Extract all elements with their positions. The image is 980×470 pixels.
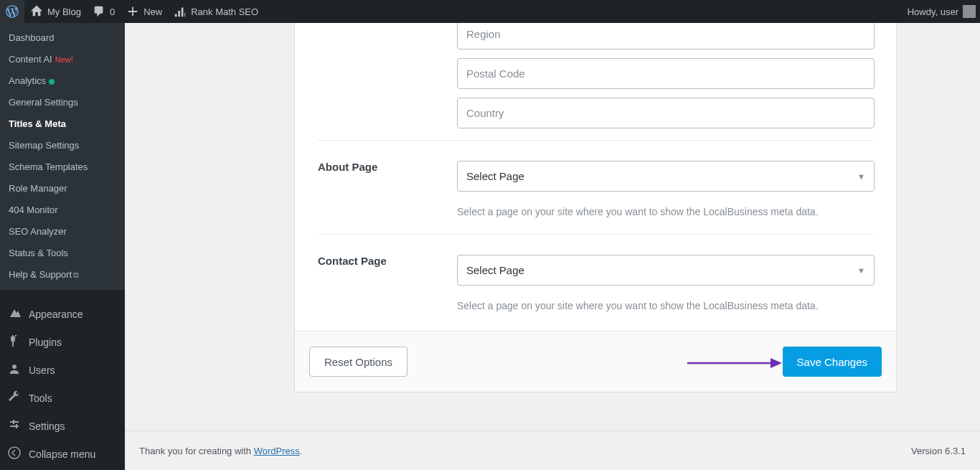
footer-version: Version 6.3.1 [911,446,966,456]
contact-page-label: Contact Page [318,255,447,267]
sidebar-item-help-support[interactable]: Help & Support⧉ [0,264,125,286]
admin-sidebar: Dashboard Content AINew! Analytics Gener… [0,23,125,470]
contact-page-description: Select a page on your site where you wan… [457,300,873,311]
sidebar-item-schema[interactable]: Schema Templates [0,156,125,178]
collapse-icon [7,446,22,462]
new-label: New [143,6,162,17]
sidebar-item-status-tools[interactable]: Status & Tools [0,243,125,264]
rankmath-submenu: Dashboard Content AINew! Analytics Gener… [0,23,125,290]
external-icon: ⧉ [73,271,79,279]
sidebar-item-plugins[interactable]: Plugins [0,328,125,356]
admin-footer: Thank you for creating with WordPress. V… [125,431,980,470]
about-page-selected: Select Page [466,170,524,182]
sidebar-item-users[interactable]: Users [0,356,125,384]
button-bar: Reset Options Save Changes [295,331,896,392]
site-name-label: My Blog [47,6,81,17]
comments-item[interactable]: 0 [87,0,121,23]
about-page-description: Select a page on your site where you wan… [457,206,873,217]
svg-point-0 [9,447,20,459]
sidebar-item-tools[interactable]: Tools [0,384,125,412]
about-page-select[interactable]: Select Page ▼ [457,161,875,192]
sidebar-item-dashboard[interactable]: Dashboard [0,27,125,49]
site-name-item[interactable]: My Blog [24,0,87,23]
collapse-menu[interactable]: Collapse menu [0,440,125,468]
region-input[interactable] [457,23,875,50]
plus-icon [126,5,139,18]
contact-page-select[interactable]: Select Page ▼ [457,255,875,286]
sidebar-item-seo-analyzer[interactable]: SEO Analyzer [0,221,125,243]
comment-icon [93,5,105,18]
sidebar-item-analytics[interactable]: Analytics [0,70,125,92]
sidebar-item-titles-meta[interactable]: Titles & Meta [0,113,125,135]
caret-down-icon: ▼ [857,266,865,275]
wordpress-icon [6,5,19,18]
contact-page-selected: Select Page [466,264,524,276]
caret-down-icon: ▼ [857,172,865,181]
footer-thanks: Thank you for creating with WordPress. [139,446,302,456]
save-changes-button[interactable]: Save Changes [783,347,882,377]
rankmath-item[interactable]: Rank Math SEO [168,0,264,23]
users-icon [7,362,22,378]
howdy-label: Howdy, user [908,6,958,17]
plugins-icon [7,334,22,350]
admin-bar-left: My Blog 0 New Rank Math SEO [0,0,264,23]
sidebar-item-settings[interactable]: Settings [0,412,125,440]
admin-bar-right[interactable]: Howdy, user [908,5,980,18]
appearance-icon [7,306,22,322]
tools-icon [7,390,22,406]
sidebar-item-appearance[interactable]: Appearance [0,300,125,328]
sidebar-item-content-ai[interactable]: Content AINew! [0,49,125,70]
rankmath-label: Rank Math SEO [191,6,258,17]
content-wrap: About Page Select Page ▼ Select a page o… [125,23,980,470]
sidebar-item-404-monitor[interactable]: 404 Monitor [0,199,125,221]
wordpress-link[interactable]: WordPress [254,446,300,456]
reset-options-button[interactable]: Reset Options [309,347,407,377]
comments-count: 0 [110,6,115,17]
sidebar-item-sitemap[interactable]: Sitemap Settings [0,135,125,156]
home-icon [30,5,43,18]
postal-code-input[interactable] [457,58,875,89]
wp-logo[interactable] [0,0,24,23]
settings-icon [7,418,22,434]
admin-bar: My Blog 0 New Rank Math SEO Howdy, user [0,0,980,23]
about-page-label: About Page [318,161,447,173]
sidebar-item-role-manager[interactable]: Role Manager [0,178,125,199]
settings-panel: About Page Select Page ▼ Select a page o… [294,23,897,393]
country-input[interactable] [457,98,875,128]
rankmath-icon [174,5,187,18]
sidebar-item-general-settings[interactable]: General Settings [0,92,125,113]
avatar [963,5,976,18]
status-dot [49,79,55,85]
new-item[interactable]: New [121,0,168,23]
